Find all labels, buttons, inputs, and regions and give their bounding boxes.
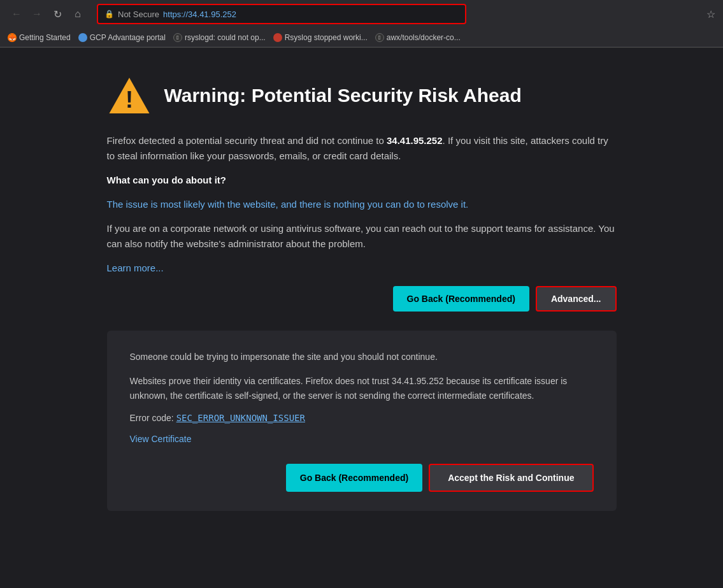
lock-icon: 🔒 [104, 10, 114, 18]
warning-triangle-icon: ! [107, 73, 152, 118]
warning-header: ! Warning: Potential Security Risk Ahead [107, 73, 617, 118]
bookmark-label: Rsyslog stopped worki... [285, 33, 368, 42]
advanced-text-2: Websites prove their identity via certif… [130, 374, 594, 403]
rsyslog-icon [273, 33, 282, 42]
advanced-button[interactable]: Advanced... [536, 286, 617, 312]
address-bar[interactable]: 🔒 Not Secure https://34.41.95.252 [97, 4, 466, 24]
reload-button[interactable]: ↻ [48, 5, 66, 23]
warning-body: Firefox detected a potential security th… [107, 133, 617, 276]
bookmark-label: GCP Advantage portal [90, 33, 166, 42]
primary-button-row: Go Back (Recommended) Advanced... [107, 286, 617, 312]
go-back-button[interactable]: Go Back (Recommended) [393, 286, 529, 312]
browser-chrome: ← → ↻ ⌂ 🔒 Not Secure https://34.41.95.25… [0, 0, 723, 48]
nav-buttons: ← → ↻ ⌂ [8, 5, 87, 23]
view-certificate-link[interactable]: View Certificate [130, 434, 192, 444]
bookmark-item[interactable]: Rsyslog stopped worki... [273, 33, 368, 42]
description-2: The issue is most likely with the websit… [107, 197, 617, 212]
description-1-start: Firefox detected a potential security th… [107, 135, 387, 146]
accept-risk-button[interactable]: Accept the Risk and Continue [429, 464, 593, 492]
learn-more-link[interactable]: Learn more... [107, 262, 164, 273]
bookmark-label: awx/tools/docker-co... [387, 33, 461, 42]
bookmark-button[interactable]: ☆ [706, 8, 715, 20]
advanced-button-row: Go Back (Recommended) Accept the Risk an… [130, 464, 594, 492]
url-display: https://34.41.95.252 [163, 10, 236, 19]
page-content: ! Warning: Potential Security Risk Ahead… [0, 48, 723, 588]
bookmarks-bar: 🦊 Getting Started GCP Advantage portal … [0, 28, 723, 47]
bookmark-item[interactable]: GCP Advantage portal [78, 33, 166, 42]
toolbar-right: ☆ [706, 8, 715, 20]
description-1: Firefox detected a potential security th… [107, 133, 617, 164]
forward-button[interactable]: → [28, 5, 46, 23]
page-title: Warning: Potential Security Risk Ahead [164, 85, 522, 106]
bookmark-item[interactable]:  awx/tools/docker-co... [375, 33, 461, 42]
bookmark-item[interactable]:  rsyslogd: could not op... [173, 33, 266, 42]
browser-toolbar: ← → ↻ ⌂ 🔒 Not Secure https://34.41.95.25… [0, 0, 723, 28]
not-secure-label: Not Secure [118, 10, 159, 19]
error-code-section: Error code: SEC_ERROR_UNKNOWN_ISSUER [130, 413, 594, 423]
go-back-button-2[interactable]: Go Back (Recommended) [286, 464, 422, 492]
error-code-prefix: Error code: [130, 413, 176, 423]
error-code-link[interactable]: SEC_ERROR_UNKNOWN_ISSUER [176, 413, 305, 423]
firefox-icon: 🦊 [8, 33, 17, 42]
bookmark-item[interactable]: 🦊 Getting Started [8, 33, 71, 42]
advanced-panel: Someone could be trying to impersonate t… [107, 331, 617, 511]
back-button[interactable]: ← [8, 5, 25, 23]
github-icon:  [173, 33, 182, 42]
gcp-icon [78, 33, 87, 42]
description-3: If you are on a corporate network or usi… [107, 221, 617, 252]
home-button[interactable]: ⌂ [69, 5, 87, 23]
github-icon-2:  [375, 33, 384, 42]
advanced-text-1: Someone could be trying to impersonate t… [130, 350, 594, 364]
address-bar-container: 🔒 Not Secure https://34.41.95.252 [97, 4, 466, 24]
threat-ip: 34.41.95.252 [387, 135, 443, 146]
bookmark-label: Getting Started [19, 33, 71, 42]
bookmark-label: rsyslogd: could not op... [185, 33, 266, 42]
what-can-you-do-heading: What can you do about it? [107, 173, 617, 188]
svg-text:!: ! [125, 87, 132, 113]
